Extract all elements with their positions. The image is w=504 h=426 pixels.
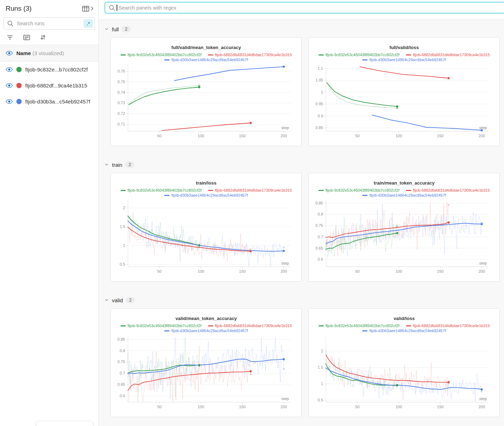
svg-text:step: step bbox=[281, 126, 289, 130]
legend-item: ftjob-9c832e53c45043f89402bb7cc802cf2f bbox=[120, 52, 202, 57]
section-train: train2train/lossftjob-9c832e53c45043f894… bbox=[104, 161, 504, 282]
section-cards: train/lossftjob-9c832e53c45043f89402bb7c… bbox=[104, 173, 504, 282]
run-name: ftjob-d30b3a...c54eb92457f bbox=[25, 98, 90, 105]
regex-toggle-button[interactable]: .* bbox=[84, 19, 93, 28]
legend-item: ftjob-9c832e53c45043f89402bb7cc802cf2f bbox=[318, 52, 400, 57]
section-header-full[interactable]: full2 bbox=[104, 26, 504, 33]
legend-item: ftjob-6882dfa6831d4d6dae17309ca4e1b315 bbox=[208, 323, 292, 328]
app-root: Runs (3) bbox=[0, 0, 504, 426]
svg-text:150: 150 bbox=[239, 269, 246, 273]
svg-text:200: 200 bbox=[280, 134, 287, 138]
svg-text:1: 1 bbox=[321, 90, 323, 94]
panels-content: full2full/valid/mean_token_accuracyftjob… bbox=[99, 20, 504, 426]
panel-full/valid/mean_token_accuracy[interactable]: full/valid/mean_token_accuracyftjob-9c83… bbox=[111, 37, 302, 146]
svg-text:200: 200 bbox=[280, 269, 287, 273]
legend-item: ftjob-6882dfa6831d4d6dae17309ca4e1b315 bbox=[208, 188, 292, 193]
filter-icon[interactable] bbox=[6, 34, 14, 41]
run-color-dot bbox=[16, 99, 22, 104]
panel-train/loss[interactable]: train/lossftjob-9c832e53c45043f89402bb7c… bbox=[111, 173, 302, 282]
svg-text:100: 100 bbox=[198, 269, 204, 273]
svg-text:step: step bbox=[479, 126, 487, 130]
section-header-valid[interactable]: valid2 bbox=[104, 297, 504, 304]
legend-item: ftjob-6882dfa6831d4d6dae17309ca4e1b315 bbox=[208, 52, 292, 57]
chevron-down-icon[interactable] bbox=[104, 27, 109, 32]
legend-run-name: ftjob-9c832e53c45043f89402bb7cc802cf2f bbox=[326, 188, 400, 193]
section-title: train bbox=[112, 162, 122, 168]
svg-text:1: 1 bbox=[321, 382, 323, 386]
svg-text:0.65: 0.65 bbox=[118, 382, 125, 387]
sort-icon[interactable] bbox=[40, 34, 46, 41]
eye-icon[interactable] bbox=[6, 50, 13, 56]
panel-train/mean_token_accuracy[interactable]: train/mean_token_accuracyftjob-9c832e53c… bbox=[309, 173, 500, 282]
svg-text:0.65: 0.65 bbox=[316, 246, 323, 250]
svg-text:step: step bbox=[281, 261, 289, 265]
run-name: ftjob-6882df...9ca4e1b315 bbox=[25, 82, 87, 89]
chevron-down-icon[interactable] bbox=[104, 162, 109, 167]
legend-item: ftjob-d30b3aee14864c29acd9ac54eb92457f bbox=[164, 328, 248, 333]
chevron-down-icon[interactable] bbox=[104, 298, 109, 303]
legend-dash-icon bbox=[406, 190, 411, 191]
legend-dash-icon bbox=[120, 54, 126, 55]
svg-text:150: 150 bbox=[437, 405, 444, 409]
legend-dash-icon bbox=[164, 59, 170, 60]
run-row-3[interactable]: ftjob-d30b3a...c54eb92457f bbox=[0, 94, 98, 110]
svg-text:0.6: 0.6 bbox=[120, 394, 125, 398]
section-title: valid bbox=[112, 297, 123, 303]
svg-text:step: step bbox=[479, 261, 487, 265]
chart-plot: 0.511.5250100150200step bbox=[309, 335, 499, 414]
runs-sidebar: Runs (3) bbox=[0, 0, 99, 426]
svg-text:0.73: 0.73 bbox=[118, 101, 125, 105]
run-search[interactable]: .* bbox=[4, 17, 95, 30]
svg-text:100: 100 bbox=[396, 269, 402, 273]
legend-run-name: ftjob-d30b3aee14864c29acd9ac54eb92457f bbox=[171, 57, 248, 62]
runs-table-icon[interactable] bbox=[82, 6, 90, 12]
legend-dash-icon bbox=[406, 54, 411, 55]
panel-valid/mean_token_accuracy[interactable]: valid/mean_token_accuracyftjob-9c832e53c… bbox=[111, 308, 302, 417]
legend-dash-icon bbox=[362, 195, 368, 196]
legend-run-name: ftjob-9c832e53c45043f89402bb7cc802cf2f bbox=[326, 323, 400, 328]
legend-run-name: ftjob-9c832e53c45043f89402bb7cc802cf2f bbox=[326, 52, 400, 57]
svg-text:0.85: 0.85 bbox=[118, 337, 125, 341]
run-row-1[interactable]: ftjob-9c832e...b7cc802cf2f bbox=[0, 62, 98, 78]
legend-run-name: ftjob-d30b3aee14864c29acd9ac54eb92457f bbox=[369, 328, 446, 333]
panel-full/valid/loss[interactable]: full/valid/lossftjob-9c832e53c45043f8940… bbox=[309, 37, 500, 146]
eye-icon[interactable] bbox=[6, 67, 13, 72]
legend-run-name: ftjob-6882dfa6831d4d6dae17309ca4e1b315 bbox=[215, 323, 292, 328]
svg-text:0.71: 0.71 bbox=[118, 122, 125, 126]
legend-item: ftjob-9c832e53c45043f89402bb7cc802cf2f bbox=[318, 323, 400, 328]
legend-dash-icon bbox=[120, 325, 126, 326]
svg-text:200: 200 bbox=[478, 269, 485, 273]
chart-title: train/loss bbox=[111, 180, 301, 186]
run-row-2[interactable]: ftjob-6882df...9ca4e1b315 bbox=[0, 78, 98, 94]
chart-title: valid/loss bbox=[309, 316, 499, 321]
legend-item: ftjob-9c832e53c45043f89402bb7cc802cf2f bbox=[120, 323, 202, 328]
search-icon bbox=[109, 5, 115, 11]
legend-dash-icon bbox=[318, 325, 324, 326]
svg-text:0.6: 0.6 bbox=[318, 257, 323, 261]
legend-item: ftjob-9c832e53c45043f89402bb7cc802cf2f bbox=[120, 188, 202, 193]
svg-text:1.5: 1.5 bbox=[120, 224, 125, 229]
legend-item: ftjob-d30b3aee14864c29acd9ac54eb92457f bbox=[362, 328, 446, 333]
runs-toolbar bbox=[0, 30, 98, 45]
chart-title: full/valid/mean_token_accuracy bbox=[111, 45, 301, 50]
chart-title: train/mean_token_accuracy bbox=[309, 180, 499, 186]
eye-icon[interactable] bbox=[6, 83, 13, 88]
legend-dash-icon bbox=[362, 330, 368, 331]
section-header-train[interactable]: train2 bbox=[104, 161, 504, 168]
legend-dash-icon bbox=[120, 190, 126, 191]
svg-text:1.1: 1.1 bbox=[318, 66, 323, 70]
panels-topbar: Search panels with regex bbox=[99, 0, 504, 20]
legend-item: ftjob-d30b3aee14864c29acd9ac54eb92457f bbox=[164, 193, 248, 198]
chart-legend: ftjob-9c832e53c45043f89402bb7cc802cf2fft… bbox=[309, 52, 499, 62]
svg-text:0.9: 0.9 bbox=[318, 114, 323, 118]
visualized-count-label: (3 visualized) bbox=[32, 50, 64, 56]
svg-text:0.95: 0.95 bbox=[316, 102, 323, 106]
panel-search[interactable]: Search panels with regex bbox=[104, 2, 504, 14]
panel-valid/loss[interactable]: valid/lossftjob-9c832e53c45043f89402bb7c… bbox=[309, 308, 500, 417]
run-search-input[interactable] bbox=[16, 20, 81, 27]
columns-icon[interactable] bbox=[23, 34, 30, 41]
eye-icon[interactable] bbox=[6, 99, 13, 104]
svg-text:step: step bbox=[281, 396, 289, 401]
sidebar-expand-chevron-icon[interactable] bbox=[91, 6, 93, 11]
svg-text:150: 150 bbox=[239, 134, 246, 138]
